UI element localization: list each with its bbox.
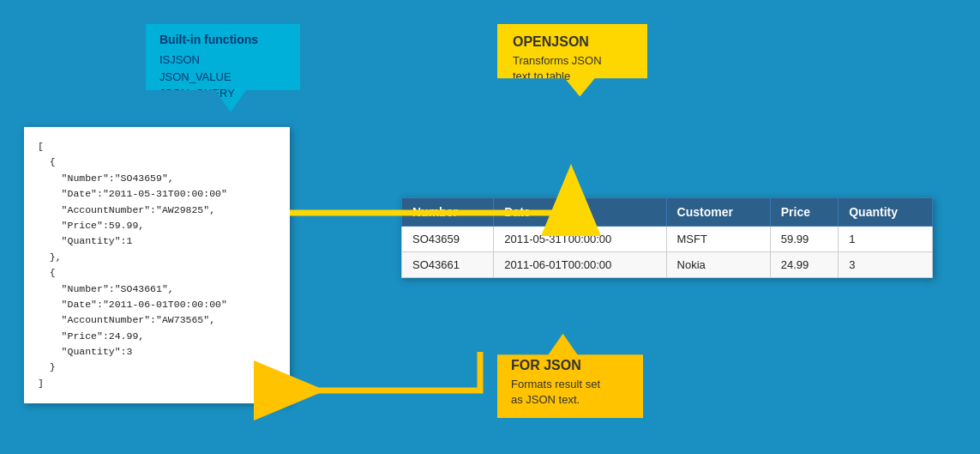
table-cell-0-1: 2011-05-31T00:00:00 — [494, 227, 666, 252]
json-line-6: "Price":59.99, — [38, 218, 276, 233]
arrow-table-to-forjson-to-json — [290, 352, 480, 390]
col-header-price: Price — [770, 198, 838, 227]
col-header-quantity: Quantity — [839, 198, 933, 227]
data-table: Number Date Customer Price Quantity SO43… — [401, 197, 933, 278]
col-header-number: Number — [402, 198, 494, 227]
json-line-3: "Number":"SO43659", — [38, 171, 276, 186]
builtin-item-2: JSON_VALUE — [159, 69, 286, 86]
json-line-8: }, — [38, 250, 276, 265]
table-header-row: Number Date Customer Price Quantity — [402, 198, 933, 227]
col-header-customer: Customer — [666, 198, 770, 227]
table-cell-0-2: MSFT — [666, 227, 770, 252]
json-line-11: "Date":"2011-06-01T00:00:00" — [38, 297, 276, 312]
builtin-callout: Built-in functions ISJSON JSON_VALUE JSO… — [146, 24, 300, 112]
table-cell-0-4: 1 — [839, 227, 933, 252]
openjson-text: Transforms JSONtext to table — [513, 53, 632, 84]
main-container: Built-in functions ISJSON JSON_VALUE JSO… — [0, 0, 980, 454]
json-line-9: { — [38, 265, 276, 281]
json-code-box: [ { "Number":"SO43659", "Date":"2011-05-… — [24, 127, 290, 403]
forjson-title: FOR JSON — [511, 358, 629, 373]
table-row-0: SO436592011-05-31T00:00:00MSFT59.991 — [402, 227, 933, 252]
builtin-item-1: ISJSON — [159, 51, 286, 69]
table-cell-0-0: SO43659 — [402, 227, 494, 252]
json-line-4: "Date":"2011-05-31T00:00:00" — [38, 186, 276, 202]
table-cell-1-1: 2011-06-01T00:00:00 — [494, 252, 666, 278]
openjson-callout: OPENJSON Transforms JSONtext to table — [497, 24, 647, 96]
json-line-5: "AccountNumber":"AW29825", — [38, 203, 276, 218]
json-line-14: "Quantity":3 — [38, 344, 276, 360]
forjson-callout: FOR JSON Formats result setas JSON text. — [497, 334, 643, 418]
table-row-1: SO436612011-06-01T00:00:00Nokia24.993 — [402, 252, 933, 278]
openjson-title: OPENJSON — [513, 34, 632, 50]
forjson-text: Formats result setas JSON text. — [511, 377, 629, 408]
table-cell-1-3: 24.99 — [770, 252, 838, 278]
table-cell-0-3: 59.99 — [770, 227, 838, 252]
table-cell-1-2: Nokia — [666, 252, 770, 278]
builtin-callout-title: Built-in functions — [159, 33, 286, 46]
json-line-16: ] — [38, 376, 276, 391]
json-line-10: "Number":"SO43661", — [38, 281, 276, 297]
table-cell-1-0: SO43661 — [402, 252, 494, 278]
json-line-15: } — [38, 360, 276, 375]
builtin-item-3: JSON_QUERY — [159, 85, 286, 102]
json-line-7: "Quantity":1 — [38, 233, 276, 249]
json-line-13: "Price":24.99, — [38, 329, 276, 344]
table-cell-1-4: 3 — [839, 252, 933, 278]
data-table-wrapper: Number Date Customer Price Quantity SO43… — [401, 197, 933, 278]
json-line-12: "AccountNumber":"AW73565", — [38, 312, 276, 328]
json-line-2: { — [38, 154, 276, 170]
col-header-date: Date — [494, 198, 666, 227]
json-line-1: [ — [38, 139, 276, 154]
